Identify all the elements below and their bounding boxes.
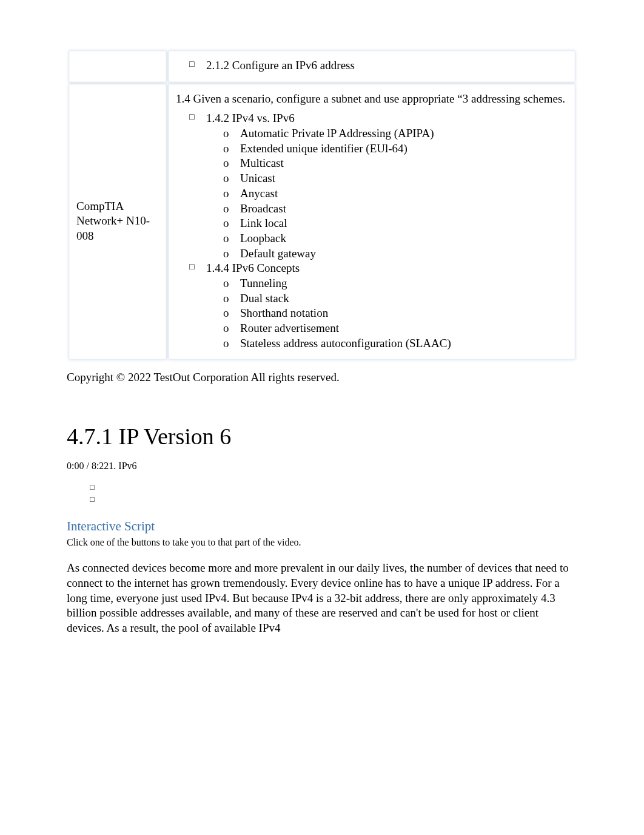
body-paragraph: As connected devices become more and mor… — [67, 561, 577, 635]
list-sub-item: oShorthand notation — [176, 306, 568, 321]
interactive-script-heading[interactable]: Interactive Script — [67, 518, 577, 535]
bullet-icon: □ — [189, 111, 206, 126]
row1-left-cell — [69, 51, 166, 82]
sub-bullet-icon: o — [223, 246, 240, 262]
list-sub-item-label: Router advertisement — [240, 321, 339, 336]
list-sub-item-label: Broadcast — [240, 201, 286, 217]
list-sub-item: oDefault gateway — [176, 246, 568, 262]
list-sub-item: oLink local — [176, 216, 568, 231]
list-sub-item-label: Extended unique identifier (EUl-64) — [240, 141, 408, 157]
sub-bullet-icon: o — [223, 276, 240, 291]
list-sub-item-label: Unicast — [240, 171, 275, 186]
sub-bullet-icon: o — [223, 336, 240, 351]
sub-bullet-icon: o — [223, 291, 240, 306]
sub-bullet-icon: o — [223, 321, 240, 336]
list1-container: oAutomatic Private lP Addressing (APIPA)… — [176, 126, 568, 261]
list-sub-item-label: Link local — [240, 216, 287, 231]
bullet-icon: □ — [90, 493, 577, 505]
section-title: 4.7.1 IP Version 6 — [67, 422, 577, 451]
interactive-script-sub: Click one of the buttons to take you to … — [67, 536, 577, 549]
sub-bullet-icon: o — [223, 126, 240, 141]
list-sub-item: oStateless address autoconfiguration (SL… — [176, 336, 568, 351]
bullet-icon: □ — [189, 58, 206, 73]
list-item: □ 1.4.4 IPv6 Concepts — [176, 261, 568, 276]
list-sub-item-label: Loopback — [240, 231, 286, 246]
row2-left-label: CompTIA Network+ N10-008 — [76, 200, 150, 242]
sub-bullet-icon: o — [223, 201, 240, 217]
list-sub-item: oDual stack — [176, 291, 568, 306]
list-sub-item-label: Multicast — [240, 156, 284, 171]
row2-left-cell: CompTIA Network+ N10-008 — [69, 84, 166, 360]
table-row: CompTIA Network+ N10-008 1.4 Given a sce… — [69, 84, 575, 360]
list-sub-item: oLoopback — [176, 231, 568, 246]
row2-intro: 1.4 Given a scenario, configure a subnet… — [176, 92, 568, 107]
list-sub-item: oAnycast — [176, 186, 568, 201]
list-sub-item: oMulticast — [176, 156, 568, 171]
row1-item: 2.1.2 Configure an IPv6 address — [206, 58, 355, 73]
list-sub-item: oTunneling — [176, 276, 568, 291]
sub-bullet-icon: o — [223, 231, 240, 246]
copyright-text: Copyright © 2022 TestOut Corporation All… — [67, 370, 577, 385]
list-sub-item: oExtended unique identifier (EUl-64) — [176, 141, 568, 157]
timecode-text: 0:00 / 8:221. IPv6 — [67, 460, 577, 473]
table-row: □ 2.1.2 Configure an IPv6 address — [69, 51, 575, 82]
sub-bullet-icon: o — [223, 171, 240, 186]
bullet-icon: □ — [189, 261, 206, 276]
list-sub-item: oAutomatic Private lP Addressing (APIPA) — [176, 126, 568, 141]
objectives-table: □ 2.1.2 Configure an IPv6 address CompTI… — [67, 49, 577, 362]
list-sub-item-label: Default gateway — [240, 246, 316, 262]
list-sub-item-label: Stateless address autoconfiguration (SLA… — [240, 336, 451, 351]
sub-bullet-icon: o — [223, 216, 240, 231]
list2-label: 1.4.4 IPv6 Concepts — [206, 261, 300, 276]
bullet-icon: □ — [90, 481, 577, 493]
list-item: □ 2.1.2 Configure an IPv6 address — [176, 58, 568, 73]
sub-bullet-icon: o — [223, 186, 240, 201]
list-sub-item-label: Shorthand notation — [240, 306, 328, 321]
empty-bullet-list: □ □ — [67, 481, 577, 505]
list-sub-item-label: Anycast — [240, 186, 278, 201]
sub-bullet-icon: o — [223, 306, 240, 321]
list-sub-item-label: Automatic Private lP Addressing (APIPA) — [240, 126, 434, 141]
list2-container: oTunnelingoDual stackoShorthand notation… — [176, 276, 568, 351]
row2-right-cell: 1.4 Given a scenario, configure a subnet… — [169, 84, 575, 360]
row1-right-cell: □ 2.1.2 Configure an IPv6 address — [169, 51, 575, 82]
sub-bullet-icon: o — [223, 141, 240, 157]
list-sub-item-label: Tunneling — [240, 276, 287, 291]
list-sub-item: oRouter advertisement — [176, 321, 568, 336]
list-sub-item-label: Dual stack — [240, 291, 289, 306]
list-item: □ 1.4.2 IPv4 vs. IPv6 — [176, 111, 568, 126]
list-sub-item: oUnicast — [176, 171, 568, 186]
sub-bullet-icon: o — [223, 156, 240, 171]
list-sub-item: oBroadcast — [176, 201, 568, 217]
list1-label: 1.4.2 IPv4 vs. IPv6 — [206, 111, 295, 126]
